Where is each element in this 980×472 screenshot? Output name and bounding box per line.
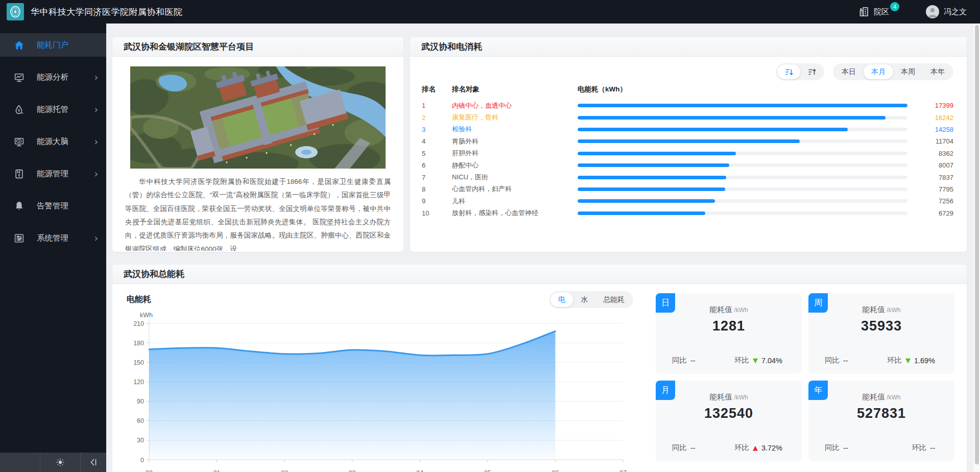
total-energy-card: 武汉协和总能耗 电能耗 电 水 总能耗 0306090120150180210k… (112, 265, 967, 472)
stats-grid: 日 能耗值/kWh 1281 同比-- 环比▼7.04% 周 能耗值/kWh 3… (656, 293, 954, 472)
user-menu[interactable]: 冯之文 (926, 5, 967, 18)
rank-number: 4 (420, 137, 452, 145)
scrollbar-thumb[interactable] (975, 25, 979, 464)
svg-text:120: 120 (133, 379, 144, 386)
mom-label: 环比 (734, 356, 749, 365)
rank-bar (578, 139, 917, 143)
stat-value: 1281 (656, 318, 802, 334)
svg-text:30: 30 (137, 437, 144, 444)
page-scrollbar[interactable] (973, 23, 980, 472)
mom-value: 3.72% (761, 444, 782, 452)
home-icon (14, 40, 25, 51)
rank-name: 肝胆外科 (452, 149, 578, 158)
analysis-icon (14, 72, 25, 83)
rank-number: 9 (420, 197, 452, 205)
project-card-body: 华中科技大学同济医学院附属协和医院始建于1866年，是国家卫生健康委直属（管）的… (112, 57, 403, 251)
column-header-value: 电能耗（kWh） (578, 85, 627, 94)
chevron-right-icon: › (94, 169, 98, 179)
sidebar-item-energy-analysis[interactable]: 能源分析 › (0, 65, 106, 89)
sidebar-item-label: 能源托管 (37, 104, 94, 115)
campus-switcher[interactable]: 院区 4 (858, 6, 902, 18)
svg-text:05: 05 (484, 469, 491, 472)
sort-descending-icon (784, 67, 794, 77)
tab-this-month[interactable]: 本月 (864, 64, 893, 79)
ranking-card-body: 本日 本月 本周 本年 排名 排名对象 电能耗（kWh） 1内镜中心，血透中心1… (410, 57, 967, 219)
sidebar-item-alarm-management[interactable]: 告警管理 › (0, 194, 106, 218)
stat-label: 能耗值 (862, 305, 885, 314)
sidebar-footer-spacer (0, 453, 40, 472)
rank-number: 8 (420, 185, 452, 193)
building-plus-icon (858, 6, 870, 17)
yoy-label: 同比 (672, 443, 687, 453)
stat-card-week: 周 能耗值/kWh 35933 同比-- 环比▼1.69% (808, 293, 954, 374)
rank-number: 7 (420, 174, 452, 181)
energy-chart-block: 电能耗 电 水 总能耗 0306090120150180210kWh000102… (123, 291, 633, 472)
sidebar-item-system-management[interactable]: 系统管理 › (0, 226, 106, 250)
rank-bar (578, 128, 917, 131)
sort-ascending-button[interactable] (800, 64, 823, 79)
stat-unit: /kWh (887, 306, 900, 314)
rank-value: 8362 (917, 150, 953, 157)
period-badge: 月 (656, 381, 675, 400)
sidebar-item-label: 能耗门户 (37, 40, 94, 51)
campus-count-badge: 4 (890, 2, 899, 11)
yoy-label: 同比 (825, 356, 840, 365)
tab-electricity[interactable]: 电 (551, 292, 573, 307)
sidebar: 能耗门户 › 能源分析 › 能源托管 › 能源大脑 › 能源管理 › 告警管理 … (0, 23, 106, 472)
user-name: 冯之文 (944, 7, 967, 17)
ranking-row: 3检验科14258 (420, 124, 953, 135)
yoy-label: 同比 (672, 356, 687, 365)
energy-book-icon (14, 169, 25, 179)
ranking-row: 5肝胆外科8362 (420, 148, 953, 159)
svg-text:02: 02 (281, 469, 288, 472)
rank-value: 7795 (917, 185, 953, 193)
ranking-row: 8心血管内科，妇产科7795 (420, 183, 953, 195)
brain-monitor-icon (14, 136, 25, 147)
mom-label: 环比 (912, 443, 926, 453)
trend-icon: ▲ (753, 444, 758, 452)
yoy-value: -- (843, 357, 848, 365)
svg-text:90: 90 (137, 398, 144, 405)
ranking-row: 10放射科，感染科，心血管神经6729 (420, 207, 953, 219)
droplet-energy-icon (14, 104, 25, 115)
page-title: 华中科技大学同济医学院附属协和医院 (31, 6, 183, 18)
ranking-table-header: 排名 排名对象 电能耗（kWh） (420, 85, 953, 94)
theme-toggle-button[interactable] (40, 453, 80, 472)
sidebar-item-energy-brain[interactable]: 能源大脑 › (0, 130, 106, 153)
main-content: 武汉协和金银湖院区智慧平台项目 (106, 23, 973, 472)
rank-name: 静配中心 (452, 161, 578, 170)
sidebar-footer (0, 453, 106, 472)
sidebar-item-energy-management[interactable]: 能源管理 › (0, 162, 106, 185)
total-card-title: 武汉协和总能耗 (124, 268, 184, 280)
rank-number: 3 (420, 126, 452, 133)
rank-name: 儿科 (452, 197, 578, 206)
stat-card-month: 月 能耗值/kWh 132540 同比-- 环比▲3.72% (656, 381, 802, 461)
rank-name: 心血管内科，妇产科 (452, 184, 578, 194)
rank-name: 放射科，感染科，心血管神经 (452, 208, 578, 218)
rank-name: 康复医疗，骨科 (452, 113, 578, 122)
svg-text:03: 03 (349, 469, 356, 472)
rank-bar (578, 176, 917, 179)
sort-descending-button[interactable] (777, 64, 800, 79)
tab-today[interactable]: 本日 (834, 64, 864, 79)
tab-water[interactable]: 水 (573, 292, 595, 307)
stat-card-day: 日 能耗值/kWh 1281 同比-- 环比▼7.04% (656, 293, 802, 374)
collapse-left-icon (88, 457, 99, 467)
tab-this-year[interactable]: 本年 (923, 64, 952, 79)
sidebar-item-energy-portal[interactable]: 能耗门户 › (0, 33, 106, 57)
svg-text:04: 04 (416, 469, 423, 472)
rank-number: 1 (420, 102, 452, 109)
collapse-sidebar-button[interactable] (80, 453, 106, 472)
sidebar-item-energy-hosting[interactable]: 能源托管 › (0, 98, 106, 121)
rank-bar (578, 116, 917, 120)
period-tab-group: 本日 本月 本周 本年 (833, 63, 953, 80)
period-badge: 日 (656, 293, 675, 313)
tab-this-week[interactable]: 本周 (893, 64, 923, 79)
sidebar-item-label: 能源管理 (37, 169, 94, 179)
tab-total-energy[interactable]: 总能耗 (595, 292, 632, 307)
mom-value: 1.69% (914, 357, 935, 365)
rank-number: 6 (420, 161, 452, 169)
rank-bar (578, 199, 917, 203)
period-badge: 周 (808, 293, 828, 313)
sidebar-item-label: 能源大脑 (37, 136, 94, 147)
